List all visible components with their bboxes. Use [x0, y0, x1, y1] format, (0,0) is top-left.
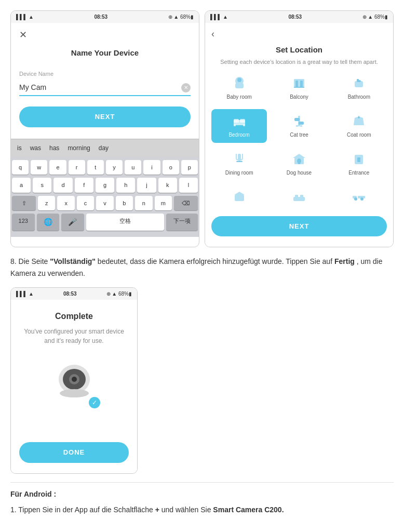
key-t[interactable]: t — [87, 160, 104, 175]
svg-point-2 — [237, 78, 241, 82]
screen1-frame: ▌▌▌ ▲ 08:53 ⊕ ▲ 68%▮ ✕ Name Your Device … — [10, 10, 199, 247]
key-h[interactable]: h — [116, 178, 135, 193]
location-entrance[interactable]: Entrance — [331, 147, 387, 181]
screen3-signal: ▌▌▌ ▲ — [16, 290, 34, 298]
desc-bold1: "Vollständig" — [50, 257, 96, 265]
key-v[interactable]: v — [96, 196, 113, 211]
desc-number: 8. — [10, 257, 17, 265]
key-g[interactable]: g — [96, 178, 114, 193]
android-step1-bold2: Smart Camera C200. — [213, 506, 284, 514]
location-balcony[interactable]: Balcony — [271, 71, 327, 105]
autocomplete-was[interactable]: was — [28, 142, 43, 154]
key-b[interactable]: b — [116, 196, 133, 211]
screen2-time: 08:53 — [288, 13, 302, 21]
location-baby-room[interactable]: Baby room — [211, 71, 267, 105]
svg-rect-13 — [234, 124, 236, 126]
key-globe[interactable]: 🌐 — [37, 214, 60, 231]
device-name-input[interactable]: My Cam ✕ — [19, 80, 191, 96]
autocomplete-has[interactable]: has — [47, 142, 61, 154]
svg-point-30 — [360, 159, 362, 161]
key-a[interactable]: a — [12, 178, 31, 193]
screen2-content: ‹ Set Location Setting each device's loc… — [205, 23, 393, 247]
location-extra1[interactable] — [211, 185, 267, 211]
autocomplete-is[interactable]: is — [15, 142, 24, 154]
next-button-screen1[interactable]: NEXT — [19, 107, 191, 127]
done-button[interactable]: DONE — [19, 442, 129, 463]
svg-point-44 — [60, 389, 89, 397]
location-bathroom[interactable]: Bathroom — [331, 71, 387, 105]
baby-room-icon — [230, 75, 249, 91]
key-p[interactable]: p — [181, 160, 198, 175]
key-q[interactable]: q — [12, 160, 29, 175]
back-button[interactable]: ‹ — [211, 27, 387, 41]
android-heading: Für Android : — [10, 489, 394, 500]
clear-icon[interactable]: ✕ — [181, 83, 191, 92]
svg-rect-16 — [294, 118, 300, 121]
android-section: Für Android : 1. Tippen Sie in der App a… — [10, 489, 394, 515]
cat-tree-icon — [290, 113, 308, 129]
key-r[interactable]: r — [69, 160, 85, 175]
key-d[interactable]: d — [53, 178, 72, 193]
balcony-icon — [290, 75, 308, 91]
screen2-battery: ⊕ ▲ 68%▮ — [362, 13, 388, 21]
close-button[interactable]: ✕ — [19, 28, 191, 42]
key-k[interactable]: k — [158, 178, 177, 193]
key-s[interactable]: s — [33, 178, 51, 193]
set-location-title: Set Location — [211, 44, 387, 56]
location-bedroom[interactable]: Bedroom — [211, 109, 267, 143]
svg-rect-17 — [299, 122, 304, 125]
key-w[interactable]: w — [31, 160, 47, 175]
key-n[interactable]: n — [135, 196, 152, 211]
screenshots-row: ▌▌▌ ▲ 08:53 ⊕ ▲ 68%▮ ✕ Name Your Device … — [10, 10, 394, 247]
key-m[interactable]: m — [155, 196, 172, 211]
key-e[interactable]: e — [49, 160, 66, 175]
dog-house-icon — [290, 151, 308, 167]
key-y[interactable]: y — [106, 160, 123, 175]
key-i[interactable]: i — [143, 160, 160, 175]
baby-room-label: Baby room — [226, 93, 251, 101]
autocomplete-day[interactable]: day — [97, 142, 111, 154]
autocomplete-morning[interactable]: morning — [65, 142, 92, 154]
svg-rect-5 — [300, 81, 303, 87]
svg-point-9 — [357, 80, 361, 82]
next-button-screen2[interactable]: NEXT — [211, 216, 387, 237]
key-z[interactable]: z — [38, 196, 55, 211]
dining-room-icon — [230, 151, 249, 167]
key-o[interactable]: o — [163, 160, 179, 175]
svg-point-38 — [354, 197, 357, 201]
set-location-subtitle: Setting each device's location is a grea… — [211, 58, 387, 66]
key-next[interactable]: 下一项 — [166, 214, 198, 231]
location-dog-house[interactable]: Dog house — [271, 147, 327, 181]
key-shift[interactable]: ⇧ — [12, 196, 36, 211]
svg-rect-23 — [236, 161, 243, 162]
key-l[interactable]: l — [179, 178, 198, 193]
key-j[interactable]: j — [137, 178, 156, 193]
screen1-signal: ▌▌▌ ▲ — [16, 13, 34, 21]
svg-rect-19 — [300, 125, 302, 127]
svg-rect-31 — [235, 195, 244, 201]
screen1-time: 08:53 — [94, 13, 107, 21]
balcony-label: Balcony — [290, 93, 308, 101]
location-dining-room[interactable]: Dining room — [211, 147, 267, 181]
location-coat-room[interactable]: Coat room — [331, 109, 387, 143]
key-x[interactable]: x — [57, 196, 74, 211]
location-extra2[interactable] — [271, 185, 327, 211]
svg-rect-35 — [300, 195, 303, 198]
key-space[interactable]: 空格 — [86, 214, 164, 231]
screen3-wrapper: ▌▌▌ ▲ 08:53 ⊕ ▲ 68%▮ Complete You've con… — [10, 287, 394, 474]
android-step1: 1. Tippen Sie in der App auf die Schaltf… — [10, 504, 394, 515]
key-c[interactable]: c — [77, 196, 94, 211]
svg-rect-34 — [295, 195, 298, 198]
screen3-status-bar: ▌▌▌ ▲ 08:53 ⊕ ▲ 68%▮ — [11, 288, 137, 300]
key-u[interactable]: u — [125, 160, 141, 175]
camera-svg — [51, 361, 98, 403]
location-cat-tree[interactable]: Cat tree — [271, 109, 327, 143]
entrance-icon — [349, 151, 368, 167]
location-extra3[interactable] — [331, 185, 387, 211]
svg-rect-1 — [235, 83, 244, 88]
key-123[interactable]: 123 — [12, 214, 35, 231]
key-f[interactable]: f — [75, 178, 93, 193]
key-mic[interactable]: 🎤 — [61, 214, 84, 231]
keyboard-row-4: 123 🌐 🎤 空格 下一项 — [12, 214, 198, 231]
key-backspace[interactable]: ⌫ — [174, 196, 198, 211]
